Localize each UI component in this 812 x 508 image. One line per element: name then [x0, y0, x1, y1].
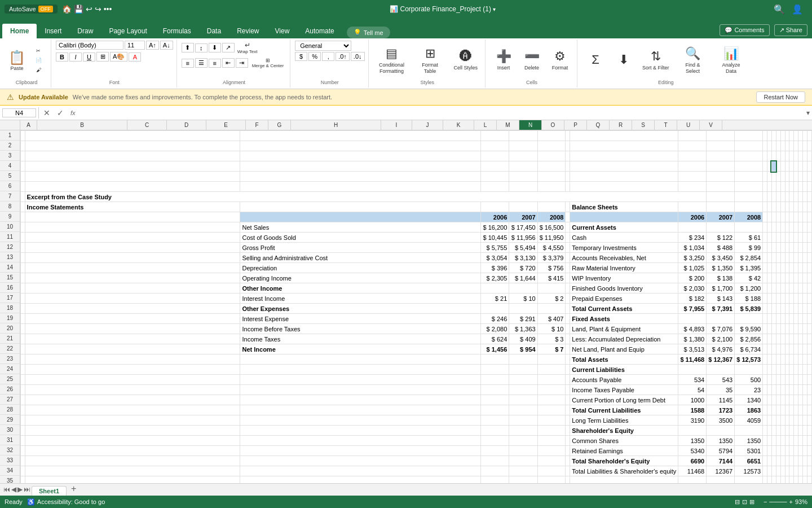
table-cell[interactable]: $ 12,573 — [735, 354, 763, 365]
table-cell[interactable]: $ 5,839 — [735, 304, 763, 314]
table-cell[interactable]: $ 1,350 — [707, 263, 735, 273]
table-cell[interactable] — [763, 304, 767, 314]
table-cell[interactable] — [776, 273, 780, 283]
table-cell[interactable] — [798, 161, 803, 172]
table-cell[interactable] — [780, 243, 785, 253]
table-cell[interactable] — [776, 212, 780, 222]
table-cell[interactable] — [678, 426, 707, 436]
table-cell[interactable] — [785, 385, 789, 395]
table-cell[interactable] — [785, 334, 789, 344]
sheet-nav-prev[interactable]: ◀ — [11, 485, 16, 493]
table-cell[interactable] — [771, 334, 776, 344]
table-cell[interactable]: $ 756 — [537, 263, 566, 273]
table-cell[interactable] — [509, 131, 537, 141]
table-cell[interactable] — [21, 314, 25, 324]
table-cell[interactable] — [798, 415, 803, 426]
border-btn[interactable]: ⊞ — [96, 52, 109, 62]
table-cell[interactable] — [566, 263, 570, 273]
row-num-22[interactable]: 22 — [0, 344, 20, 354]
tab-draw[interactable]: Draw — [69, 24, 101, 38]
table-cell[interactable] — [763, 375, 767, 385]
table-cell[interactable] — [771, 182, 776, 192]
table-cell[interactable] — [570, 151, 678, 161]
table-cell[interactable] — [21, 385, 25, 395]
table-cell[interactable]: $ 5,755 — [480, 243, 509, 253]
table-cell[interactable]: 2006 — [480, 212, 509, 222]
table-cell[interactable] — [798, 395, 803, 405]
table-cell[interactable] — [798, 151, 803, 161]
table-cell[interactable] — [707, 476, 735, 484]
table-cell[interactable] — [763, 253, 767, 263]
insert-btn[interactable]: ➕ Insert — [490, 46, 517, 74]
table-cell[interactable] — [21, 172, 25, 182]
decrease-indent-btn[interactable]: ⇤ — [222, 58, 235, 68]
table-cell[interactable] — [789, 476, 794, 484]
table-cell[interactable] — [807, 263, 811, 273]
table-cell[interactable] — [776, 233, 780, 243]
table-cell[interactable] — [780, 385, 785, 395]
table-cell[interactable] — [798, 466, 803, 476]
table-cell[interactable] — [767, 141, 772, 151]
table-cell[interactable] — [807, 314, 811, 324]
table-cell[interactable] — [537, 283, 566, 294]
table-cell[interactable] — [763, 415, 767, 426]
table-cell[interactable]: 1588 — [678, 405, 707, 415]
table-cell[interactable] — [566, 141, 570, 151]
table-cell[interactable]: $ 138 — [707, 273, 735, 283]
table-cell[interactable] — [794, 172, 798, 182]
row-num-11[interactable]: 11 — [0, 232, 20, 242]
table-cell[interactable]: Net Land, Plant and Equip — [570, 344, 678, 354]
table-cell[interactable]: Operating Income — [240, 273, 480, 283]
row-num-25[interactable]: 25 — [0, 374, 20, 384]
table-cell[interactable] — [780, 354, 785, 365]
table-cell[interactable] — [767, 314, 772, 324]
tab-insert[interactable]: Insert — [37, 24, 69, 38]
table-cell[interactable] — [803, 222, 807, 233]
table-cell[interactable] — [807, 375, 811, 385]
table-cell[interactable] — [25, 304, 240, 314]
table-cell[interactable] — [776, 263, 780, 273]
table-cell[interactable] — [807, 446, 811, 456]
autosave-area[interactable]: AutoSave OFF — [5, 5, 58, 14]
table-cell[interactable] — [776, 131, 780, 141]
table-cell[interactable] — [707, 202, 735, 212]
table-cell[interactable] — [763, 212, 767, 222]
table-cell[interactable] — [776, 334, 780, 344]
table-cell[interactable] — [570, 172, 678, 182]
more-icon[interactable]: ••• — [104, 5, 112, 14]
row-num-21[interactable]: 21 — [0, 334, 20, 344]
conditional-formatting-btn[interactable]: ▤ Conditional Formatting — [373, 43, 411, 77]
normal-view-btn[interactable]: ⊟ — [735, 498, 740, 506]
table-cell[interactable] — [798, 354, 803, 365]
table-cell[interactable]: $ 1,034 — [678, 243, 707, 253]
table-cell[interactable] — [798, 344, 803, 354]
currency-btn[interactable]: $ — [295, 52, 307, 61]
table-cell[interactable] — [537, 466, 566, 476]
table-cell[interactable] — [807, 324, 811, 334]
percent-btn[interactable]: % — [308, 52, 321, 61]
table-cell[interactable] — [785, 314, 789, 324]
table-cell[interactable] — [25, 405, 240, 415]
table-cell[interactable] — [776, 283, 780, 294]
align-middle-btn[interactable]: ↕ — [195, 43, 208, 52]
table-cell[interactable] — [21, 354, 25, 365]
table-cell[interactable]: 2008 — [735, 212, 763, 222]
table-cell[interactable] — [763, 202, 767, 212]
table-cell[interactable] — [780, 344, 785, 354]
table-cell[interactable] — [780, 466, 785, 476]
table-cell[interactable] — [537, 161, 566, 172]
table-cell[interactable] — [780, 141, 785, 151]
table-cell[interactable]: Finished Goods Inventory — [570, 283, 678, 294]
table-cell[interactable]: 2008 — [537, 212, 566, 222]
table-cell[interactable] — [789, 263, 794, 273]
table-cell[interactable] — [767, 253, 772, 263]
underline-btn[interactable]: U — [83, 52, 95, 62]
table-cell[interactable] — [763, 466, 767, 476]
table-cell[interactable] — [807, 426, 811, 436]
table-cell[interactable] — [537, 365, 566, 375]
table-cell[interactable]: 54 — [678, 385, 707, 395]
table-cell[interactable]: 500 — [735, 375, 763, 385]
table-cell[interactable] — [785, 466, 789, 476]
table-cell[interactable]: $ 1,380 — [678, 334, 707, 344]
table-cell[interactable] — [789, 405, 794, 415]
